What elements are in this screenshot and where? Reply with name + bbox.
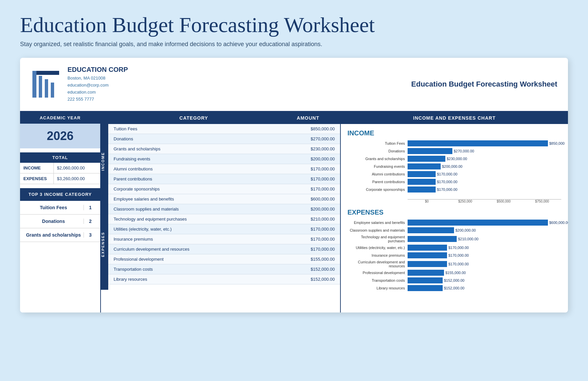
row-amount: $155,000.00 (281, 257, 335, 262)
row-category: Fundraising events (114, 156, 281, 161)
row-category: Utilities (electricity, water, etc.) (114, 227, 281, 232)
table-header-row: CATEGORY AMOUNT (101, 112, 340, 124)
company-info: EDUCATION CORP Boston, MA 021008 educati… (67, 66, 411, 103)
expenses-value: $3,260,000.00 (54, 173, 100, 184)
chart-bar-row: Parent contributions $170,000.00 (347, 179, 561, 185)
chart-bar-row: Donations $270,000.00 (347, 148, 561, 154)
bar-track: $170,000.00 (408, 179, 561, 185)
top3-list-item: Grants and scholarships 3 (20, 228, 100, 242)
row-amount: $170,000.00 (281, 227, 335, 232)
income-chart-axis: $0$250,000$500,000$750,000 (408, 199, 561, 203)
row-amount: $210,000.00 (281, 217, 335, 222)
bar-fill (408, 186, 436, 193)
row-amount: $152,000.00 (281, 277, 335, 282)
company-header: EDUCATION CORP Boston, MA 021008 educati… (20, 58, 568, 112)
chart-bar-row: Library resources $152,000.00 (347, 285, 561, 291)
bar-value: $200,000.00 (454, 228, 476, 232)
bar-label: Library resources (347, 286, 408, 290)
row-amount: $200,000.00 (281, 207, 335, 212)
row-amount: $170,000.00 (281, 166, 335, 171)
bar-track: $152,000.00 (408, 277, 561, 283)
middle-panel: CATEGORY AMOUNT INCOME Tuition Fees $850… (100, 112, 341, 312)
bar-value: $152,000.00 (443, 286, 464, 290)
row-amount: $170,000.00 (281, 247, 335, 252)
chart-content: INCOME Tuition Fees $850,000 Donations $… (341, 124, 568, 303)
income-label: INCOME (20, 163, 54, 173)
chart-bar-row: Grants and scholarships $230,000.00 (347, 156, 561, 162)
axis-label: $750,000 (523, 200, 561, 203)
page-subtitle: Stay organized, set realistic financial … (20, 41, 568, 48)
row-amount: $270,000.00 (281, 136, 335, 141)
bar-track: $170,000.00 (408, 186, 561, 193)
income-section-label: INCOME (101, 124, 108, 199)
page-title: Education Budget Forecasting Worksheet (20, 13, 568, 37)
row-amount: $170,000.00 (281, 237, 335, 242)
row-category: Transportation costs (114, 267, 281, 272)
bar-value: $170,000.00 (436, 180, 457, 184)
top3-list-item: Tuition Fees 1 (20, 201, 100, 215)
table-body: INCOME Tuition Fees $850,000.00 Donation… (101, 124, 340, 284)
table-row: Technology and equipment purchases $210,… (108, 214, 340, 224)
row-category: Insurance premiums (114, 237, 281, 242)
bar-label: Alumni contributions (347, 172, 408, 176)
axis-label: $0 (408, 200, 446, 203)
bar-value: $200,000.00 (441, 164, 462, 168)
bar-fill (408, 220, 548, 226)
company-address: Boston, MA 021008 (67, 75, 411, 82)
chart-bar-row: Transportation costs $152,000.00 (347, 277, 561, 283)
bar-fill (408, 245, 447, 251)
bar-label: Parent contributions (347, 180, 408, 184)
bar-value: $170,000.00 (436, 172, 457, 176)
row-amount: $600,000.00 (281, 197, 335, 202)
table-row: Library resources $152,000.00 (108, 274, 340, 284)
bar-label: Transportation costs (347, 278, 408, 282)
bar-label: Donations (347, 149, 408, 153)
bar-label: Utilities (electricity, water, etc.) (347, 246, 408, 250)
bar-fill (408, 171, 436, 177)
expenses-section-label: EXPENSES (101, 199, 108, 290)
row-category: Library resources (114, 277, 281, 282)
row-category: Corporate sponsorships (114, 186, 281, 192)
chart-bar-row: Fundraising events $200,000.00 (347, 163, 561, 169)
bar-value: $230,000.00 (445, 157, 467, 161)
table-row: Tuition Fees $850,000.00 (108, 124, 340, 134)
table-row: Corporate sponsorships $170,000.00 (108, 184, 340, 194)
top3-item-rank: 1 (84, 205, 97, 210)
chart-bar-row: Professional development $155,000.00 (347, 270, 561, 276)
row-category: Tuition Fees (114, 126, 281, 131)
top3-list-item: Donations 2 (20, 215, 100, 228)
bar-fill (408, 227, 454, 233)
income-chart-title: INCOME (347, 129, 561, 137)
income-total-row: INCOME $2,060,000.00 (20, 163, 100, 173)
chart-bar-row: Employee salaries and benefits $600,000.… (347, 220, 561, 226)
bar-value: $600,000.00 (548, 221, 568, 225)
bar-label: Grants and scholarships (347, 157, 408, 161)
bar-fill (408, 285, 443, 291)
main-content: ACADEMIC YEAR 2026 TOTAL INCOME $2,060,0… (20, 112, 568, 312)
bar-label: Insurance premiums (347, 253, 408, 257)
row-category: Parent contributions (114, 176, 281, 181)
bar-track: $200,000.00 (408, 227, 561, 233)
table-row: Alumni contributions $170,000.00 (108, 164, 340, 174)
company-logo-icon (31, 69, 61, 99)
row-category: Technology and equipment purchases (114, 217, 281, 222)
table-row: Insurance premiums $170,000.00 (108, 234, 340, 244)
chart-bar-row: Curriculum development and resources $17… (347, 260, 561, 268)
row-category: Curriculum development and resources (114, 247, 281, 252)
bar-value: $170,000.00 (447, 253, 469, 257)
bar-fill (408, 148, 452, 154)
worksheet-card: EDUCATION CORP Boston, MA 021008 educati… (20, 58, 568, 312)
bar-value: $170,000.00 (447, 262, 469, 266)
bar-track: $155,000.00 (408, 270, 561, 276)
chart-bar-row: Utilities (electricity, water, etc.) $17… (347, 245, 561, 251)
svg-rect-4 (51, 83, 54, 98)
bar-label: Tuition Fees (347, 141, 408, 145)
bar-label: Curriculum development and resources (347, 260, 408, 268)
expense-chart-bars: Employee salaries and benefits $600,000.… (347, 220, 561, 291)
total-header: TOTAL (20, 152, 100, 163)
expenses-chart-title: EXPENSES (347, 209, 561, 216)
bar-value: $170,000.00 (436, 187, 457, 192)
bar-value: $155,000.00 (444, 271, 466, 275)
col-category-header: CATEGORY (106, 115, 281, 121)
svg-rect-2 (39, 76, 42, 98)
